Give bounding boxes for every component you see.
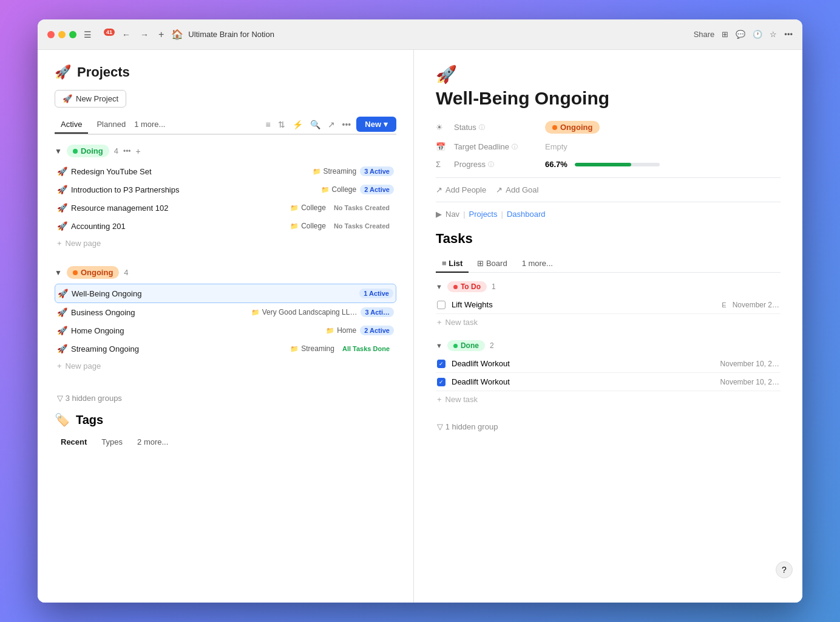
- todo-dot: [453, 285, 458, 289]
- add-tab-button[interactable]: +: [156, 27, 166, 43]
- project-name: Accounting 201: [71, 222, 286, 231]
- project-badge: 2 Active: [360, 326, 394, 335]
- filter-icon[interactable]: ≡: [263, 118, 272, 131]
- project-row[interactable]: 🚀 Streaming Ongoing 📁 Streaming All Task…: [55, 340, 396, 358]
- task-name: Lift Weights: [452, 300, 716, 309]
- task-row-deadlift-1[interactable]: Deadlift Workout November 10, 2…: [436, 355, 781, 373]
- comment-icon[interactable]: 💬: [736, 30, 745, 39]
- list-icon: ≡: [442, 259, 447, 268]
- project-tag: 📁 College: [290, 203, 326, 212]
- progress-info-icon: ⓘ: [488, 160, 494, 169]
- new-button[interactable]: New ▾: [356, 117, 396, 132]
- new-project-button[interactable]: 🚀 New Project: [55, 90, 126, 108]
- task-date: November 10, 2…: [720, 378, 779, 386]
- project-icon: 🚀: [57, 326, 67, 335]
- project-icon: 🚀: [57, 203, 67, 213]
- ongoing-dot: [73, 270, 78, 275]
- project-icon: 🚀: [57, 221, 67, 231]
- doing-add-button[interactable]: +: [136, 146, 141, 156]
- done-new-task-row[interactable]: + New task: [436, 391, 781, 408]
- task-checkbox-deadlift-2[interactable]: [437, 378, 445, 386]
- close-button[interactable]: [47, 31, 55, 38]
- tags-tab-more[interactable]: 2 more...: [131, 434, 174, 449]
- share-button[interactable]: Share: [694, 30, 715, 39]
- maximize-button[interactable]: [69, 31, 76, 38]
- task-checkbox-lift-weights[interactable]: [437, 301, 445, 309]
- task-row[interactable]: Lift Weights E November 2…: [436, 296, 781, 314]
- projects-header: 🚀 Projects: [55, 64, 396, 80]
- doing-group-toggle[interactable]: ▼: [55, 147, 62, 156]
- ongoing-count: 4: [124, 268, 128, 277]
- more-icon[interactable]: •••: [340, 118, 353, 131]
- page-title: Well-Being Ongoing: [436, 88, 781, 109]
- project-row[interactable]: 🚀 Home Ongoing 📁 Home 2 Active: [55, 321, 396, 340]
- done-badge: Done: [447, 340, 485, 351]
- nav-arrow[interactable]: ▶: [436, 210, 442, 219]
- link-icon[interactable]: ↗: [326, 118, 337, 131]
- project-name: Resource management 102: [71, 203, 286, 213]
- sort-icon[interactable]: ⇅: [276, 118, 287, 131]
- app-window: ☰ 41 ← → + 🏠 Ultimate Brain for Notion S…: [38, 19, 802, 603]
- project-row[interactable]: 🚀 Introduction to P3 Partnerships 📁 Coll…: [55, 180, 396, 199]
- task-checkbox-deadlift-1[interactable]: [437, 360, 445, 368]
- nav-dashboard-link[interactable]: Dashboard: [507, 210, 546, 219]
- traffic-lights: [47, 31, 76, 38]
- progress-icon: Σ: [436, 160, 448, 169]
- task-name: Deadlift Workout: [452, 377, 714, 386]
- project-icon: 🚀: [57, 185, 67, 194]
- hidden-groups-row[interactable]: ▽ 3 hidden groups: [55, 389, 396, 408]
- tasks-tab-more[interactable]: 1 more...: [516, 255, 559, 273]
- done-group-header[interactable]: ▼ Done 2: [436, 340, 781, 351]
- doing-more-icon[interactable]: •••: [123, 147, 131, 156]
- hidden-group-row[interactable]: ▽ 1 hidden group: [436, 417, 781, 436]
- tab-active[interactable]: Active: [55, 116, 88, 134]
- doing-new-page-row[interactable]: + New page: [55, 235, 396, 251]
- sidebar-toggle-button[interactable]: ☰: [81, 27, 94, 42]
- tasks-tab-board[interactable]: ⊞ Board: [471, 255, 513, 273]
- help-icon: ?: [782, 565, 787, 575]
- tag-label: College: [301, 222, 326, 230]
- project-row[interactable]: 🚀 Resource management 102 📁 College No T…: [55, 199, 396, 217]
- add-goal-link[interactable]: ↗ Add Goal: [496, 185, 538, 194]
- tags-header: 🏷️ Tags: [55, 412, 396, 427]
- add-people-link[interactable]: ↗ Add People: [436, 185, 486, 194]
- project-row[interactable]: 🚀 Redesign YouTube Set 📁 Streaming 3 Act…: [55, 162, 396, 180]
- star-icon[interactable]: ☆: [770, 30, 777, 39]
- more-options-icon[interactable]: •••: [784, 30, 793, 39]
- tag-label: Home: [337, 326, 356, 335]
- ongoing-group-header: ▼ Ongoing 4: [55, 266, 396, 279]
- clock-icon[interactable]: 🕐: [753, 30, 762, 39]
- project-row[interactable]: 🚀 Business Ongoing 📁 Very Good Landscapi…: [55, 303, 396, 321]
- project-row[interactable]: 🚀 Accounting 201 📁 College No Tasks Crea…: [55, 217, 396, 235]
- tab-more[interactable]: 1 more...: [134, 120, 165, 129]
- task-name: Deadlift Workout: [452, 359, 714, 368]
- project-row-selected[interactable]: 🚀 Well-Being Ongoing 1 Active: [55, 284, 396, 303]
- tasks-tab-list[interactable]: ≡ List: [436, 255, 469, 273]
- status-value[interactable]: Ongoing: [545, 121, 600, 134]
- layout-icon[interactable]: ⊞: [722, 30, 728, 39]
- todo-group-header[interactable]: ▼ To Do 1: [436, 281, 781, 292]
- todo-new-task-row[interactable]: + New task: [436, 314, 781, 330]
- project-name: Introduction to P3 Partnerships: [71, 185, 317, 194]
- nav-label: Nav: [445, 210, 459, 219]
- search-icon[interactable]: 🔍: [308, 118, 322, 131]
- project-badge: 3 Acti…: [361, 307, 394, 317]
- tab-planned[interactable]: Planned: [90, 116, 132, 134]
- done-dot: [453, 344, 458, 348]
- nav-projects-link[interactable]: Projects: [469, 210, 498, 219]
- ongoing-group-toggle[interactable]: ▼: [55, 268, 62, 277]
- back-button[interactable]: ←: [120, 27, 133, 42]
- deadline-icon: 📅: [436, 142, 448, 151]
- task-date: November 10, 2…: [720, 360, 779, 368]
- forward-button[interactable]: →: [138, 27, 151, 42]
- tags-tab-recent[interactable]: Recent: [55, 434, 93, 449]
- minimize-button[interactable]: [58, 31, 66, 38]
- tag-folder-icon: 📁: [326, 327, 334, 335]
- tags-tab-types[interactable]: Types: [95, 434, 129, 449]
- new-page-plus-icon: +: [57, 361, 62, 371]
- bolt-icon[interactable]: ⚡: [291, 118, 305, 131]
- tag-folder-icon: 📁: [290, 345, 299, 353]
- help-button[interactable]: ?: [776, 561, 793, 578]
- task-row-deadlift-2[interactable]: Deadlift Workout November 10, 2…: [436, 373, 781, 391]
- ongoing-new-page-row[interactable]: + New page: [55, 358, 396, 374]
